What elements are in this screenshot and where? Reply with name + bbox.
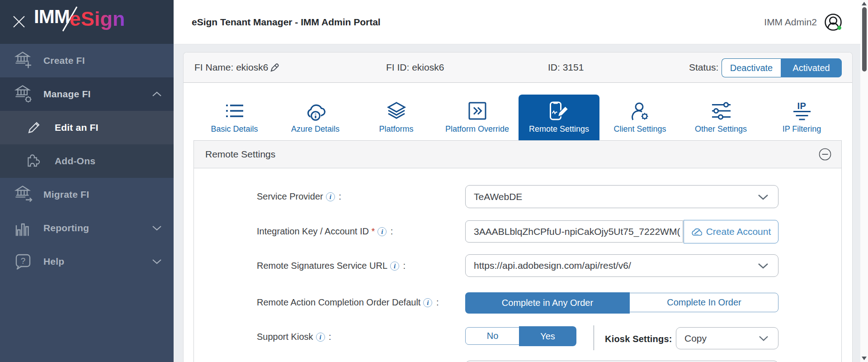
svg-text:?: ? bbox=[21, 256, 26, 266]
